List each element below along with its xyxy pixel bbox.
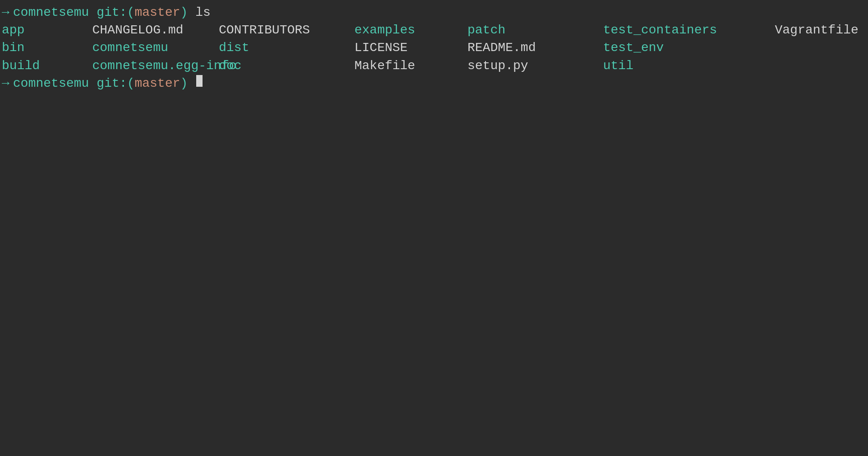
prompt-dir-2: comnetsemu (13, 75, 89, 92)
prompt-cmd-1: ls (188, 4, 210, 21)
ls-item-test-env: test_env (603, 39, 775, 56)
ls-output: app CHANGELOG.md CONTRIBUTORS examples p… (0, 21, 868, 75)
terminal-cursor[interactable] (196, 75, 203, 87)
prompt-arrow-2: → (2, 75, 9, 92)
ls-item-readme: README.md (467, 39, 603, 56)
ls-item-test-containers: test_containers (603, 21, 775, 39)
prompt-git-branch-open-1: ( (127, 4, 135, 21)
prompt-git-label-2: git: (97, 75, 127, 92)
ls-item-comnetsemu: comnetsemu (92, 39, 219, 56)
ls-item-build: build (2, 57, 92, 75)
ls-item-doc: doc (219, 57, 354, 75)
prompt-git-branch-1: master (135, 4, 180, 21)
prompt-git-branch-close-2: ) (180, 75, 188, 92)
prompt-space-2 (188, 75, 195, 92)
ls-item-makefile: Makefile (354, 57, 467, 75)
ls-item-util: util (603, 57, 775, 75)
ls-item-patch: patch (467, 21, 603, 39)
prompt-git-branch-2: master (135, 75, 180, 92)
ls-item-vagrantfile: Vagrantfile (775, 21, 866, 39)
ls-item-egg-info: comnetsemu.egg-info (92, 57, 219, 75)
prompt-arrow-1: → (2, 4, 9, 21)
prompt-git-branch-open-2: ( (127, 75, 135, 92)
ls-item-app: app (2, 21, 92, 39)
ls-item-contributors: CONTRIBUTORS (219, 21, 354, 39)
ls-item-dist: dist (219, 39, 354, 56)
ls-item-empty-1 (775, 39, 866, 56)
prompt-dir-1: comnetsemu (13, 4, 89, 21)
prompt-git-label-1: git: (97, 4, 127, 21)
ls-item-bin: bin (2, 39, 92, 56)
prompt-git-2 (89, 75, 97, 92)
ls-item-empty-2 (775, 57, 866, 75)
ls-item-examples: examples (354, 21, 467, 39)
prompt-git-branch-close-1: ) (180, 4, 188, 21)
ls-item-setup: setup.py (467, 57, 603, 75)
ls-item-changelog: CHANGELOG.md (92, 21, 219, 39)
terminal: → comnetsemu git: ( master ) ls app CHAN… (0, 0, 868, 456)
ls-item-license: LICENSE (354, 39, 467, 56)
prompt-line-1: → comnetsemu git: ( master ) ls (0, 4, 868, 21)
prompt-git-1 (89, 4, 97, 21)
prompt-line-2[interactable]: → comnetsemu git: ( master ) (0, 75, 868, 92)
